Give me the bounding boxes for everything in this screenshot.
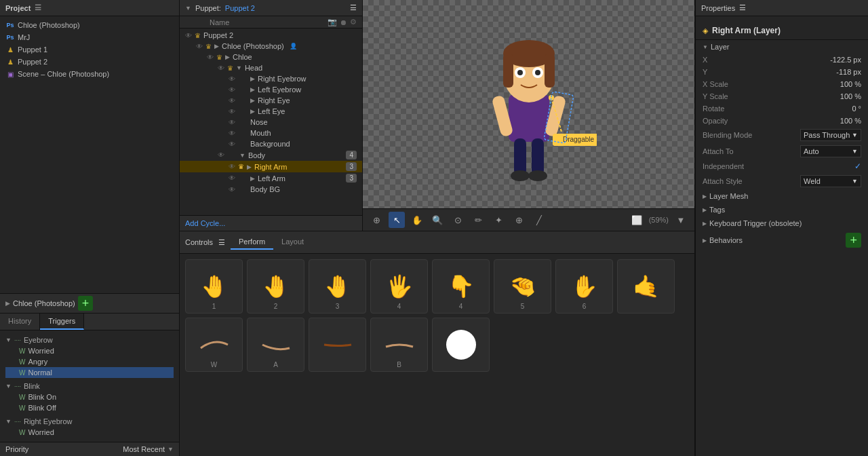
trigger-item-worried[interactable]: W Worried [5, 345, 174, 356]
tree-item-chloe[interactable]: Ps Chloe (Photoshop) [0, 19, 179, 31]
puppet-tree-left-eyebrow[interactable]: 👁 ▶ Left Eyebrow [180, 84, 362, 95]
control-cell-2[interactable]: 🤚 2 [247, 259, 304, 314]
tab-triggers[interactable]: Triggers [40, 314, 84, 330]
eye-icon[interactable]: 👁 [229, 119, 235, 126]
canvas-area[interactable]: Draggable [363, 0, 694, 208]
puppet-tree-left-eye[interactable]: 👁 ▶ Left Eye [180, 106, 362, 117]
tree-item-mrj[interactable]: Ps MrJ [0, 31, 179, 43]
attach-style-dropdown[interactable]: Weld ▼ [800, 175, 861, 187]
tab-layout[interactable]: Layout [273, 235, 312, 250]
eye-icon[interactable]: 👁 [229, 108, 235, 115]
control-cell-b[interactable]: B [370, 318, 428, 372]
zoom-tool[interactable]: 🔍 [429, 212, 446, 228]
trigger-item-re-worried[interactable]: W Worried [5, 427, 174, 438]
puppet-tree-chloe[interactable]: 👁 ♛ ▶ Chloe [180, 52, 362, 62]
keyboard-trigger-section-header[interactable]: ▶ Keyboard Trigger (obsolete) [696, 216, 868, 230]
control-cell-s[interactable] [309, 318, 366, 372]
eyebrow-svg-w [197, 335, 231, 355]
control-cell-4[interactable]: 🖐 4 [370, 259, 428, 314]
eye-icon[interactable]: 👁 [218, 64, 224, 72]
layer-mesh-section-header[interactable]: ▶ Layer Mesh [696, 189, 868, 203]
eye-icon[interactable]: 👁 [229, 174, 235, 182]
behaviors-section-header[interactable]: ▶ Behaviors + [696, 230, 868, 250]
puppet-tree-body-bg[interactable]: 👁 Body BG [180, 184, 362, 195]
zoom-dropdown[interactable]: ▼ [673, 212, 689, 228]
eye-icon[interactable]: 👁 [229, 186, 235, 193]
tree-item-puppet1[interactable]: ♟ Puppet 1 [0, 43, 179, 56]
tab-history[interactable]: History [0, 314, 40, 330]
origin-tool[interactable]: ⊕ [511, 212, 527, 228]
trigger-group-right-eyebrow-header[interactable]: ▼ ···· Right Eyebrow [5, 416, 174, 427]
eye-icon[interactable]: 👁 [196, 43, 203, 50]
puppet-tree-right-arm[interactable]: 👁 ♛ ▶ Right Arm 3 [180, 161, 362, 172]
record-icon[interactable]: ⏺ [340, 18, 347, 26]
middle-panel: ▼ Puppet: Puppet 2 ☰ Name 📷 ⏺ ⚙ [180, 0, 695, 456]
control-cell-3[interactable]: 🤚 3 [309, 259, 366, 314]
transform-tool[interactable]: ✦ [490, 212, 507, 228]
control-cell-7[interactable]: ✋ 6 [555, 259, 613, 314]
bone-tool[interactable]: ╱ [531, 212, 547, 228]
control-cell-5[interactable]: 👇 4 [432, 259, 490, 314]
add-cycle-button[interactable]: Add Cycle... [185, 219, 225, 227]
eye-icon[interactable]: 👁 [229, 97, 235, 104]
puppet-tree-mouth[interactable]: 👁 Mouth [180, 128, 362, 138]
add-trigger-button[interactable]: + [78, 296, 94, 311]
puppet-tree-left-arm[interactable]: 👁 ▶ Left Arm 3 [180, 172, 362, 184]
layer-section-header[interactable]: ▼ Layer [696, 40, 868, 54]
eye-icon[interactable]: 👁 [229, 140, 235, 148]
puppet-tree-nose[interactable]: 👁 Nose [180, 117, 362, 128]
trigger-item-blink-on[interactable]: W Blink On [5, 392, 174, 402]
puppet-select-tool[interactable]: ⊕ [368, 212, 384, 228]
dropdown-chevron: ▼ [852, 132, 858, 138]
control-cell-1[interactable]: 🤚 1 [185, 259, 243, 314]
puppet-tree-body[interactable]: 👁 ▼ Body 4 [180, 149, 362, 161]
trigger-group-blink-header[interactable]: ▼ ···· Blink [5, 381, 174, 392]
attach-to-dropdown[interactable]: Auto ▼ [800, 145, 861, 157]
tree-item-puppet2[interactable]: ♟ Puppet 2 [0, 56, 179, 68]
control-cell-8[interactable]: 🤙 [617, 259, 675, 314]
eye-icon[interactable]: 👁 [229, 163, 235, 170]
control-cell-6[interactable]: 🤏 5 [494, 259, 551, 314]
puppet-menu-icon[interactable]: ☰ [350, 3, 357, 12]
puppet-tree-head[interactable]: 👁 ♛ ▼ Head [180, 62, 362, 73]
safe-area-tool[interactable]: ⬜ [629, 212, 645, 228]
tab-perform[interactable]: Perform [231, 235, 273, 250]
eye-icon[interactable]: 👁 [229, 86, 235, 94]
puppet-tree-background[interactable]: 👁 Background [180, 138, 362, 149]
control-label-3: 3 [336, 303, 340, 310]
select-tool[interactable]: ↖ [389, 212, 405, 228]
puppet-tree-right-eye[interactable]: 👁 ▶ Right Eye [180, 95, 362, 106]
independent-checkbox[interactable]: ✓ [854, 162, 861, 171]
properties-menu-icon[interactable]: ☰ [739, 3, 746, 12]
puppet-tree-chloe-ps[interactable]: 👁 ♛ ▶ Chloe (Photoshop) 👤 [180, 41, 362, 52]
controls-menu-icon[interactable]: ☰ [218, 238, 225, 247]
trigger-group-eyebrow-header[interactable]: ▼ ···· Eyebrow [5, 335, 174, 345]
project-menu-icon[interactable]: ☰ [35, 3, 41, 12]
trigger-item-normal[interactable]: W Normal [5, 367, 174, 378]
tree-item-label: Chloe (Photoshop) [18, 21, 80, 29]
behaviors-left: ▶ Behaviors [703, 236, 743, 244]
priority-dropdown[interactable]: Most Recent ▼ [123, 445, 174, 453]
puppet-tree-puppet2[interactable]: 👁 ♛ Puppet 2 [180, 30, 362, 41]
add-behavior-button[interactable]: + [846, 233, 861, 248]
blending-mode-dropdown[interactable]: Pass Through ▼ [800, 129, 861, 141]
camera-icon[interactable]: 📷 [328, 18, 337, 26]
more-icon[interactable]: ⚙ [350, 18, 357, 26]
eye-icon[interactable]: 👁 [185, 32, 192, 39]
trigger-item-angry[interactable]: W Angry [5, 356, 174, 367]
eye-icon[interactable]: 👁 [218, 151, 224, 159]
control-cell-w[interactable]: W [185, 318, 243, 372]
eye-icon[interactable]: 👁 [229, 75, 235, 83]
trigger-item-blink-off[interactable]: W Blink Off [5, 402, 174, 413]
hand-tool[interactable]: ✋ [409, 212, 425, 228]
tree-item-scene[interactable]: ▣ Scene – Chloe (Photoshop) [0, 68, 179, 80]
puppet-tree-right-eyebrow[interactable]: 👁 ▶ Right Eyebrow [180, 73, 362, 84]
eye-icon[interactable]: 👁 [207, 54, 214, 61]
eye-icon[interactable]: 👁 [229, 130, 235, 137]
pin-tool[interactable]: ✏ [470, 212, 486, 228]
rotate-tool[interactable]: ⊙ [450, 212, 466, 228]
layer-title-row: ◈ Right Arm (Layer) [696, 22, 868, 40]
control-cell-a[interactable]: A [247, 318, 304, 372]
control-cell-circle[interactable] [432, 318, 490, 372]
tags-section-header[interactable]: ▶ Tags [696, 203, 868, 216]
